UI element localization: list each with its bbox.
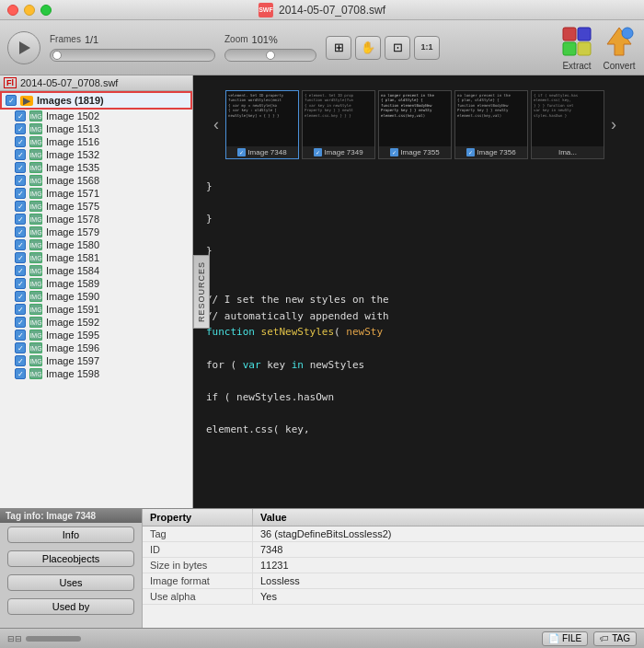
sidebar-item-1591[interactable]: IMG Image 1591 [0,303,192,316]
play-button[interactable] [7,31,40,64]
checkbox-1568[interactable] [15,175,26,186]
thumbnail-0[interactable]: <element. Set ID propertyfunction wordSt… [225,90,299,159]
checkbox-1596[interactable] [15,342,26,353]
sidebar-item-1584[interactable]: IMG Image 1584 [0,264,192,277]
sidebar-item-1513[interactable]: IMG Image 1513 [0,122,192,135]
sidebar-item-1502[interactable]: IMG Image 1502 [0,110,192,122]
actual-size-button[interactable]: ⊡ [385,36,410,60]
resources-tab[interactable]: RESOURCES [193,255,210,329]
info-button[interactable]: Info [7,526,134,543]
sidebar-item-1571[interactable]: IMG Image 1571 [0,187,192,200]
extract-button[interactable]: Extract [559,24,594,71]
thumbnail-3[interactable]: no longer present in the{ plan, oldStyle… [454,90,528,159]
prev-thumb-button[interactable]: ‹ [210,115,223,134]
thumb-img-1: { element. Set ID propfunction wordStyle… [303,91,374,146]
sidebar-item-1592[interactable]: IMG Image 1592 [0,316,192,329]
uses-button[interactable]: Uses [7,574,134,591]
next-thumb-button[interactable]: › [607,115,620,134]
img-icon-1568: IMG [29,175,42,186]
status-left: ⊟⊟ [7,634,81,643]
ratio-button[interactable]: 1:1 [414,36,440,60]
root-checkbox[interactable] [6,95,17,106]
sidebar-item-1590[interactable]: IMG Image 1590 [0,290,192,303]
checkbox-1579[interactable] [15,226,26,237]
frames-slider[interactable] [50,49,215,62]
prop-key-0: Tag [143,526,253,541]
maximize-button[interactable] [40,5,52,16]
prop-val-4: Yes [253,589,284,604]
img-icon-1578: IMG [29,214,42,225]
checkbox-1578[interactable] [15,214,26,225]
thumb-label-0: ✓ Image 7348 [226,146,298,158]
prop-key-1: ID [143,542,253,557]
img-icon-1595: IMG [29,330,42,341]
main-content: Fl 2014-05-07_0708.swf ▶ Images (1819) I… [0,75,644,508]
used-by-button[interactable]: Used by [7,598,134,615]
statusbar: ⊟⊟ 📄 FILE 🏷 TAG [0,628,644,648]
sidebar-root-images[interactable]: ▶ Images (1819) [0,91,192,110]
sidebar-item-1535[interactable]: IMG Image 1535 [0,161,192,174]
checkbox-1535[interactable] [15,162,26,173]
root-label: Images (1819) [37,95,104,106]
thumb-label-2: ✓ Image 7355 [379,146,451,158]
tag-status-button[interactable]: 🏷 TAG [593,631,637,646]
checkbox-1592[interactable] [15,317,26,328]
sidebar-item-1568[interactable]: IMG Image 1568 [0,174,192,187]
checkbox-1502[interactable] [15,110,26,122]
sidebar-item-1532[interactable]: IMG Image 1532 [0,148,192,161]
fit-icon-button[interactable]: ⊞ [326,36,351,60]
item-label-1535: Image 1535 [46,162,99,173]
checkbox-1595[interactable] [15,330,26,341]
checkbox-1532[interactable] [15,149,26,160]
prop-key-4: Use alpha [143,589,253,604]
sidebar-item-1578[interactable]: IMG Image 1578 [0,213,192,226]
thumbnail-4[interactable]: { if ( newStyles.haselement.css( key,} }… [531,90,604,159]
sidebar-item-1596[interactable]: IMG Image 1596 [0,341,192,354]
sidebar-item-1589[interactable]: IMG Image 1589 [0,277,192,290]
checkbox-1571[interactable] [15,188,26,199]
checkbox-1589[interactable] [15,278,26,289]
checkbox-1591[interactable] [15,304,26,315]
placeobjects-button[interactable]: Placeobjects [7,550,134,567]
file-status-button[interactable]: 📄 FILE [542,631,588,646]
img-icon-1532: IMG [29,149,42,160]
checkbox-1513[interactable] [15,123,26,134]
sidebar-item-1579[interactable]: IMG Image 1579 [0,226,192,238]
checkbox-1584[interactable] [15,265,26,276]
bottom-panels: Tag info: Image 7348 Info Placeobjects U… [0,508,644,628]
checkbox-1597[interactable] [15,355,26,366]
hand-tool-button[interactable]: ✋ [355,36,381,60]
thumbnail-2[interactable]: no longer present in the{ plan, oldStyle… [378,90,452,159]
sidebar-item-1581[interactable]: IMG Image 1581 [0,251,192,264]
checkbox-1590[interactable] [15,291,26,302]
code-line-11 [206,341,631,357]
code-line-7 [206,276,631,293]
sidebar-item-1575[interactable]: IMG Image 1575 [0,200,192,213]
close-button[interactable] [7,5,18,16]
img-icon-1596: IMG [29,342,42,353]
checkbox-1580[interactable] [15,239,26,250]
checkbox-1598[interactable] [15,368,26,379]
code-line-14: if ( newStyles.hasOwn [206,389,631,406]
thumbnail-1[interactable]: { element. Set ID propfunction wordStyle… [302,90,375,159]
zoom-slider[interactable] [224,49,316,62]
checkbox-1581[interactable] [15,252,26,263]
window-title: SWF 2014-05-07_0708.swf [259,3,385,17]
prop-val-2: 11231 [253,558,296,573]
sidebar-item-1580[interactable]: IMG Image 1580 [0,238,192,251]
minimize-button[interactable] [24,5,35,16]
img-icon-1589: IMG [29,278,42,289]
convert-button[interactable]: Convert [602,24,637,71]
thumb-img-4: { if ( newStyles.haselement.css( key,} }… [532,91,604,146]
sidebar-item-1516[interactable]: IMG Image 1516 [0,135,192,148]
checkbox-1575[interactable] [15,201,26,212]
sidebar-item-1597[interactable]: IMG Image 1597 [0,354,192,367]
checkbox-1516[interactable] [15,136,26,147]
extract-icon [559,24,594,59]
tag-info-title: Tag info: Image 7348 [0,509,142,523]
sidebar-item-1598[interactable]: IMG Image 1598 [0,367,192,380]
svg-rect-2 [563,42,576,55]
img-icon-1597: IMG [29,355,42,366]
img-icon-1580: IMG [29,239,42,250]
sidebar-item-1595[interactable]: IMG Image 1595 [0,329,192,341]
